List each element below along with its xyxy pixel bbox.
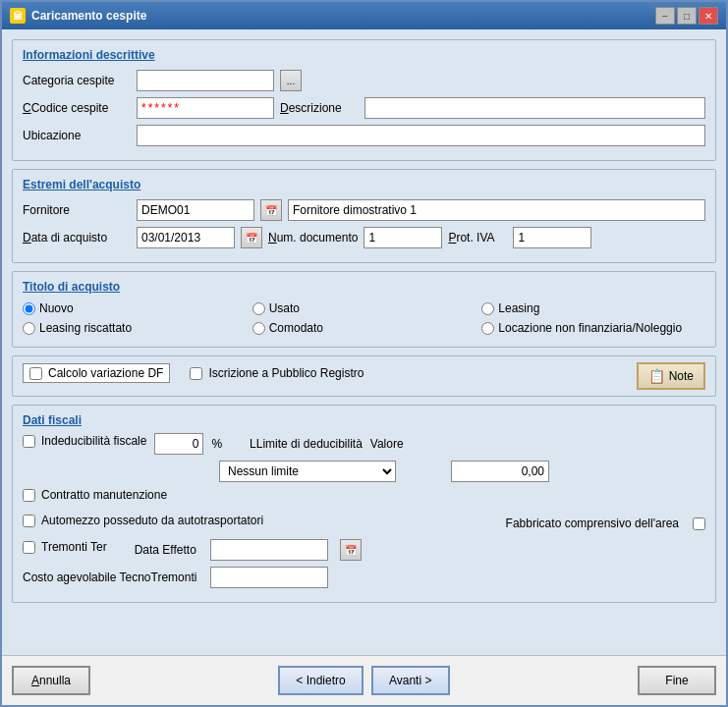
radio-locazione-input[interactable] (481, 322, 494, 335)
section-checkboxes: Calcolo variazione DF Iscrizione a Pubbl… (12, 355, 716, 397)
data-acquisto-label: Data di acquisto (23, 231, 131, 245)
costo-input[interactable] (210, 567, 328, 588)
costo-row: Costo agevolabile TecnoTremonti (23, 567, 705, 588)
title-buttons: − □ ✕ (655, 7, 718, 25)
close-button[interactable]: ✕ (699, 7, 718, 25)
categoria-label: Categoria cespite (23, 74, 131, 87)
indeducibilita-label: Indeducibilità fiscale (41, 434, 146, 448)
maximize-button[interactable]: □ (677, 7, 697, 25)
indeducibilita-row: Indeducibilità fiscale % LLimite di dedu… (23, 433, 705, 455)
title-bar-left: 🏛 Caricamento cespite (10, 8, 146, 24)
fornitore-desc-input[interactable] (288, 199, 705, 221)
valore-input[interactable] (451, 461, 549, 482)
codice-row: CCodice cespite Descrizione (23, 97, 705, 119)
annulla-button[interactable]: Annulla (12, 666, 90, 695)
codice-label: CCodice cespite (23, 101, 131, 115)
ubicazione-row: Ubicazione (23, 125, 705, 146)
title-bar: 🏛 Caricamento cespite − □ ✕ (2, 2, 726, 29)
percent-input[interactable] (154, 433, 203, 455)
data-effetto-input[interactable] (210, 539, 328, 561)
section-titolo-acquisto: Titolo di acquisto Nuovo Usato Leasing (12, 271, 716, 348)
avanti-button[interactable]: Avanti > (371, 666, 450, 695)
section-estremi-acquisto: Estremi dell'acquisto Fornitore 📅 Data d… (12, 169, 716, 263)
fornitore-browse-button[interactable]: 📅 (260, 199, 282, 221)
radio-leasing-input[interactable] (481, 302, 494, 315)
calcolo-variazione-input[interactable] (29, 367, 42, 380)
data-effetto-calendar-button[interactable]: 📅 (340, 539, 362, 561)
dati-fiscali-title[interactable]: Dati fiscali (23, 413, 82, 427)
num-documento-input[interactable] (364, 227, 442, 248)
data-acquisto-input[interactable] (137, 227, 235, 248)
categoria-input[interactable] (137, 70, 274, 91)
fornitore-row: Fornitore 📅 (23, 199, 705, 221)
indeducibilita-check[interactable]: Indeducibilità fiscale (23, 434, 146, 448)
radio-leasing[interactable]: Leasing (481, 301, 705, 315)
titolo-acquisto-title: Titolo di acquisto (23, 280, 705, 294)
radio-comodato-input[interactable] (252, 322, 265, 335)
data-acquisto-row: Data di acquisto 📅 Num. documento Prot. … (23, 227, 705, 248)
tremonti-input[interactable] (23, 541, 35, 554)
iscrizione-registro-input[interactable] (190, 367, 202, 380)
calcolo-variazione-label: Calcolo variazione DF (48, 366, 163, 380)
fabbricato-input[interactable] (693, 517, 705, 530)
contratto-row: Contratto manutenzione (23, 488, 705, 508)
note-button[interactable]: 📋 Note (637, 362, 705, 390)
valore-label: Valore (370, 437, 429, 451)
radio-comodato[interactable]: Comodato (252, 321, 476, 335)
automezzo-label: Automezzo posseduto da autotrasportatori (41, 514, 263, 527)
contratto-label: Contratto manutenzione (41, 488, 167, 502)
categoria-row: Categoria cespite ... (23, 70, 705, 91)
data-acquisto-calendar-button[interactable]: 📅 (241, 227, 262, 248)
window-title: Caricamento cespite (31, 9, 146, 23)
contratto-check[interactable]: Contratto manutenzione (23, 488, 167, 502)
automezzo-input[interactable] (23, 515, 35, 527)
fabbricato-label: Fabbricato comprensivo dell'area (506, 517, 679, 530)
footer: Annulla < Indietro Avanti > Fine (2, 655, 726, 705)
indietro-button[interactable]: < Indietro (278, 666, 363, 695)
radio-leasing-riscattato-input[interactable] (23, 322, 35, 335)
ubicazione-input[interactable] (137, 125, 705, 146)
iscrizione-registro-check[interactable]: Iscrizione a Pubblico Registro (190, 366, 364, 380)
num-documento-label: Num. documento (268, 231, 358, 245)
descrizione-label: Descrizione (280, 101, 359, 115)
main-content: Informazioni descrittive Categoria cespi… (2, 29, 726, 655)
fornitore-input[interactable] (137, 199, 254, 221)
costo-label: Costo agevolabile TecnoTremonti (23, 571, 196, 584)
iscrizione-registro-label: Iscrizione a Pubblico Registro (208, 366, 364, 380)
data-effetto-label: Data Effetto (135, 543, 196, 557)
fine-button[interactable]: Fine (638, 666, 716, 695)
indeducibilita-input[interactable] (23, 435, 35, 448)
limite-select-row: Nessun limite (23, 461, 705, 482)
radio-nuovo-input[interactable] (23, 302, 35, 315)
note-icon: 📋 (648, 368, 665, 384)
limite-label: LLimite di deducibilità (250, 437, 363, 451)
titolo-radio-grid: Nuovo Usato Leasing Leasing riscattato C… (23, 301, 705, 335)
contratto-input[interactable] (23, 489, 35, 502)
fornitore-label: Fornitore (23, 203, 131, 217)
calcolo-variazione-check[interactable]: Calcolo variazione DF (23, 363, 170, 383)
automezzo-row: Automezzo posseduto da autotrasportatori… (23, 514, 705, 533)
leasing-label: Leasing (498, 301, 539, 315)
tremonti-check[interactable]: Tremonti Ter (23, 540, 107, 554)
section-dati-fiscali: Dati fiscali Indeducibilità fiscale % LL… (12, 405, 716, 603)
minimize-button[interactable]: − (655, 7, 675, 25)
estremi-acquisto-title: Estremi dell'acquisto (23, 178, 705, 191)
prot-iva-input[interactable] (513, 227, 591, 248)
descrizione-input[interactable] (364, 97, 705, 119)
automezzo-check[interactable]: Automezzo posseduto da autotrasportatori (23, 514, 263, 527)
radio-usato[interactable]: Usato (252, 301, 476, 315)
categoria-browse-button[interactable]: ... (280, 70, 302, 91)
radio-leasing-riscattato[interactable]: Leasing riscattato (23, 321, 247, 335)
radio-usato-input[interactable] (252, 302, 265, 315)
limit-section: LLimite di deducibilità Valore (250, 437, 429, 451)
limite-select[interactable]: Nessun limite (219, 461, 396, 482)
radio-nuovo[interactable]: Nuovo (23, 301, 247, 315)
percent-symbol: % (211, 437, 222, 451)
tremonti-label: Tremonti Ter (41, 540, 107, 554)
codice-input[interactable] (137, 97, 274, 119)
main-window: 🏛 Caricamento cespite − □ ✕ Informazioni… (0, 0, 728, 707)
tremonti-row: Tremonti Ter Data Effetto 📅 (23, 539, 705, 561)
note-label: Note (669, 369, 694, 383)
info-descrittive-title: Informazioni descrittive (23, 48, 705, 62)
radio-locazione[interactable]: Locazione non finanziaria/Noleggio (481, 321, 705, 335)
